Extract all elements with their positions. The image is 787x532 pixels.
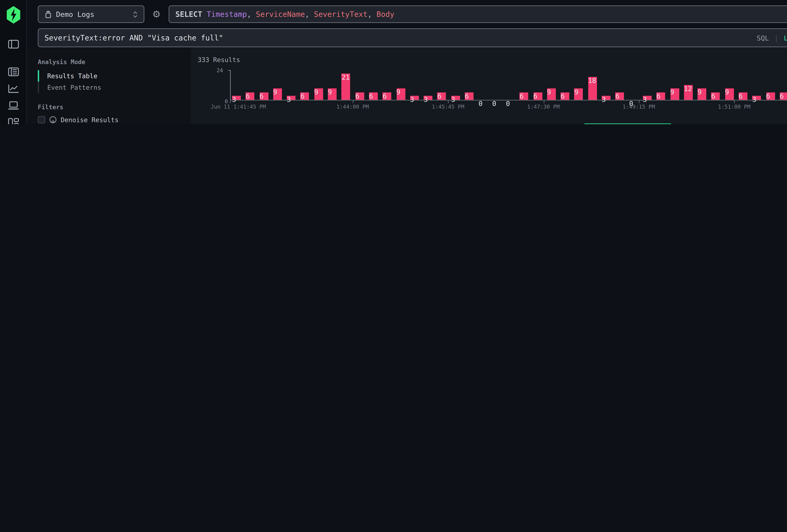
histogram-bar[interactable]: 6 (561, 92, 570, 100)
histogram-bar[interactable]: 6 (383, 92, 391, 100)
x-axis-label: 1:44:00 PM (336, 104, 369, 110)
histogram-bar[interactable]: 18 (588, 77, 597, 100)
gear-icon: ⚙ (152, 9, 161, 20)
results-panel: 333 Results Scanned Rows: 788242 24 0 36… (191, 47, 787, 124)
app-logo-icon[interactable] (6, 6, 20, 24)
histogram-bar[interactable]: 6 (259, 92, 268, 100)
analysis-mode-title: Analysis Mode (38, 59, 186, 65)
select-clause-input[interactable]: SELECT Timestamp, ServiceName, SeverityT… (169, 5, 787, 23)
results-histogram: 24 0 36693699216669336360006696918360369… (198, 70, 787, 111)
filters-sidebar: Analysis Mode Results Table Event Patter… (27, 47, 191, 124)
histogram-bar[interactable]: 3 (602, 96, 611, 100)
select-arrows-icon (133, 11, 137, 17)
x-axis-label: 1:45:45 PM (432, 104, 464, 110)
x-axis-label: Jun 11 1:41:45 PM (211, 104, 266, 110)
query-toolbar: Demo Logs ⚙ SELECT Timestamp, ServiceNam… (27, 0, 787, 47)
source-settings-button[interactable]: ⚙ (150, 5, 163, 23)
histogram-bar[interactable]: 12 (684, 85, 693, 100)
mode-sql-toggle[interactable]: SQL (757, 34, 769, 41)
histogram-bar[interactable]: 6 (438, 92, 446, 100)
query-field: Timestamp (207, 10, 247, 19)
histogram-bar[interactable]: 3 (410, 96, 419, 100)
search-value: SeverityText:error AND "Visa cache full" (45, 34, 751, 42)
histogram-bar[interactable]: 3 (424, 96, 432, 100)
mode-lucene-toggle[interactable]: Lucene (784, 34, 787, 41)
histogram-bar[interactable]: 6 (300, 92, 309, 100)
histogram-bar[interactable]: 6 (533, 92, 542, 100)
table-source-icon (45, 10, 52, 18)
histogram-bar[interactable]: 6 (355, 92, 364, 100)
y-axis-zero-label: 0 (225, 99, 228, 105)
denoise-results-option[interactable]: Denoise Results (38, 116, 186, 123)
x-axis-tick (734, 101, 735, 103)
histogram-bar[interactable]: 6 (766, 92, 775, 100)
histogram-bar[interactable]: 6 (519, 92, 528, 100)
search-logs-icon[interactable] (8, 67, 19, 76)
x-axis-tick (543, 101, 544, 103)
query-field: SeverityText (314, 10, 367, 19)
denoise-label: Denoise Results (61, 116, 119, 123)
histogram-bar[interactable]: 9 (725, 88, 734, 100)
chart-explorer-icon[interactable] (8, 84, 19, 93)
x-axis-tick (353, 101, 353, 103)
denoise-checkbox[interactable] (38, 116, 45, 123)
histogram-bar[interactable]: 3 (451, 96, 460, 100)
x-axis-label: 1:47:30 PM (527, 104, 559, 110)
histogram-bar[interactable]: 3 (232, 96, 241, 100)
denoise-icon (49, 116, 57, 123)
nav-rail: ? U (0, 0, 27, 124)
histogram-bar[interactable]: 21 (342, 73, 350, 100)
results-count: 333 Results (198, 56, 240, 63)
toggle-sidebar-icon[interactable] (8, 40, 19, 49)
histogram-bar[interactable]: 9 (314, 88, 323, 100)
x-axis-label: 1:49:15 PM (622, 104, 655, 110)
histogram-bar[interactable]: 9 (670, 88, 679, 100)
sessions-icon[interactable] (8, 101, 19, 110)
histogram-bar[interactable]: 6 (369, 92, 378, 100)
resume-live-tail-button[interactable]: ⚡ Resume Live Tail (583, 123, 672, 124)
x-axis-tick (639, 101, 639, 103)
y-axis-max-label: 24 (217, 67, 223, 74)
query-field: Body (377, 10, 395, 19)
histogram-bar[interactable]: 6 (465, 92, 474, 100)
histogram-bar[interactable]: 3 (287, 96, 296, 100)
histogram-bar[interactable]: 6 (246, 92, 255, 100)
select-keyword: SELECT (175, 10, 202, 19)
x-axis-tick (448, 101, 449, 103)
app-window: ? U Demo Logs ⚙ SELECT Ti (0, 0, 787, 124)
sidebar-item-event-patterns[interactable]: Event Patterns (38, 82, 186, 93)
histogram-bar[interactable]: 3 (752, 96, 761, 100)
histogram-bar[interactable]: 9 (574, 88, 583, 100)
histogram-bar[interactable]: 6 (780, 92, 787, 100)
x-axis-tick (230, 101, 231, 103)
histogram-bar[interactable]: 9 (396, 88, 405, 100)
histogram-bar[interactable]: 9 (328, 88, 337, 100)
histogram-bar[interactable]: 6 (739, 92, 747, 100)
histogram-bar[interactable]: 6 (657, 92, 665, 100)
histogram-bar[interactable]: 9 (547, 88, 556, 100)
source-select[interactable]: Demo Logs (38, 5, 144, 23)
x-axis-label: 1:51:00 PM (718, 104, 750, 110)
mode-divider: | (774, 34, 778, 41)
search-input[interactable]: SeverityText:error AND "Visa cache full"… (38, 28, 787, 47)
histogram-bar[interactable]: 9 (273, 88, 282, 100)
filters-title: Filters (38, 104, 186, 111)
histogram-bar[interactable]: 9 (698, 88, 706, 100)
sidebar-item-results-table[interactable]: Results Table (38, 70, 186, 82)
histogram-bar[interactable]: 6 (615, 92, 624, 100)
histogram-bar[interactable]: 6 (711, 92, 720, 100)
query-field: ServiceName (256, 10, 305, 19)
histogram-bar[interactable]: 3 (643, 96, 652, 100)
source-select-value: Demo Logs (56, 10, 129, 18)
dashboards-icon[interactable] (8, 118, 19, 124)
